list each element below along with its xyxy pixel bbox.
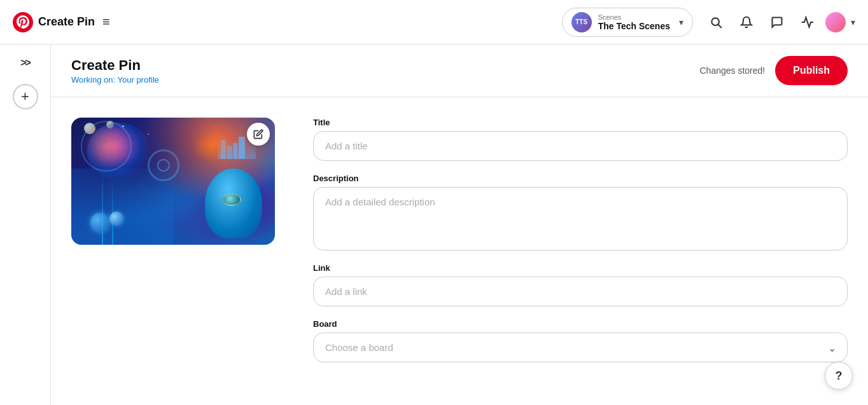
- main-layout: >> + Create Pin Working on: Your profile…: [0, 45, 868, 405]
- user-avatar[interactable]: [825, 12, 846, 32]
- help-button[interactable]: ?: [825, 362, 853, 390]
- page-header-right: Changes stored! Publish: [699, 56, 848, 85]
- hamburger-menu[interactable]: ≡: [102, 15, 110, 29]
- svg-line-2: [718, 24, 722, 27]
- board-name: The Tech Scenes: [598, 21, 670, 31]
- board-label: Scenes: [598, 13, 670, 21]
- sunset-glow: [192, 130, 230, 162]
- collapse-arrows[interactable]: >>: [20, 57, 30, 69]
- bell-icon: [740, 16, 753, 29]
- pencil-icon: [253, 129, 263, 139]
- nav-icons: ▾: [703, 10, 855, 35]
- link-input[interactable]: [313, 277, 848, 306]
- pinterest-logo-icon[interactable]: [13, 12, 33, 32]
- top-nav: Create Pin ≡ TTS Scenes The Tech Scenes …: [0, 0, 868, 45]
- search-icon: [710, 16, 722, 29]
- user-dropdown-icon[interactable]: ▾: [851, 17, 855, 27]
- board-avatar: TTS: [571, 12, 592, 32]
- page-header-left: Create Pin Working on: Your profile: [71, 57, 159, 85]
- image-upload-area: [71, 118, 288, 362]
- board-field-label: Board: [313, 319, 848, 329]
- announce-button[interactable]: [795, 10, 820, 35]
- page-title: Create Pin: [71, 57, 159, 74]
- changes-stored-label: Changes stored!: [699, 65, 765, 76]
- description-input[interactable]: [313, 187, 848, 251]
- star-dot: [148, 134, 149, 135]
- page-header: Create Pin Working on: Your profile Chan…: [51, 45, 868, 97]
- pin-form: Title Description Link Board: [313, 118, 848, 362]
- sidebar: >> +: [0, 45, 51, 405]
- app-title: Create Pin: [38, 15, 95, 29]
- link-label: Link: [313, 263, 848, 273]
- chat-icon: [771, 16, 783, 29]
- gear-ring: [148, 149, 179, 181]
- board-field-group: Board Choose a board ⌄: [313, 319, 848, 362]
- notifications-button[interactable]: [734, 10, 759, 35]
- title-label: Title: [313, 118, 848, 127]
- board-select[interactable]: Choose a board: [313, 333, 848, 362]
- pin-image-preview: [71, 118, 275, 245]
- galaxy-ring: [81, 121, 132, 172]
- face-element: [205, 168, 262, 238]
- orb-element: [90, 213, 109, 232]
- face-eye: [222, 193, 241, 206]
- announce-icon: [801, 16, 814, 29]
- image-gradient-bg: [71, 118, 275, 245]
- publish-button[interactable]: Publish: [775, 56, 848, 85]
- orb-2: [109, 212, 123, 226]
- title-field-group: Title: [313, 118, 848, 161]
- link-field-group: Link: [313, 263, 848, 306]
- edit-image-button[interactable]: [247, 123, 270, 146]
- description-label: Description: [313, 174, 848, 183]
- description-field-group: Description: [313, 174, 848, 251]
- board-chevron-icon: ▾: [679, 17, 683, 27]
- page-subtitle: Working on: Your profile: [71, 75, 159, 85]
- logo-area: Create Pin ≡: [13, 12, 110, 32]
- board-info: Scenes The Tech Scenes: [598, 13, 670, 31]
- board-selector[interactable]: TTS Scenes The Tech Scenes ▾: [562, 8, 693, 37]
- title-input[interactable]: [313, 131, 848, 161]
- messages-button[interactable]: [764, 10, 790, 35]
- board-select-wrapper: Choose a board ⌄: [313, 333, 848, 362]
- search-button[interactable]: [703, 10, 729, 35]
- add-button[interactable]: +: [13, 84, 38, 109]
- create-pin-body: Title Description Link Board: [51, 97, 868, 383]
- main-content: Create Pin Working on: Your profile Chan…: [51, 45, 868, 405]
